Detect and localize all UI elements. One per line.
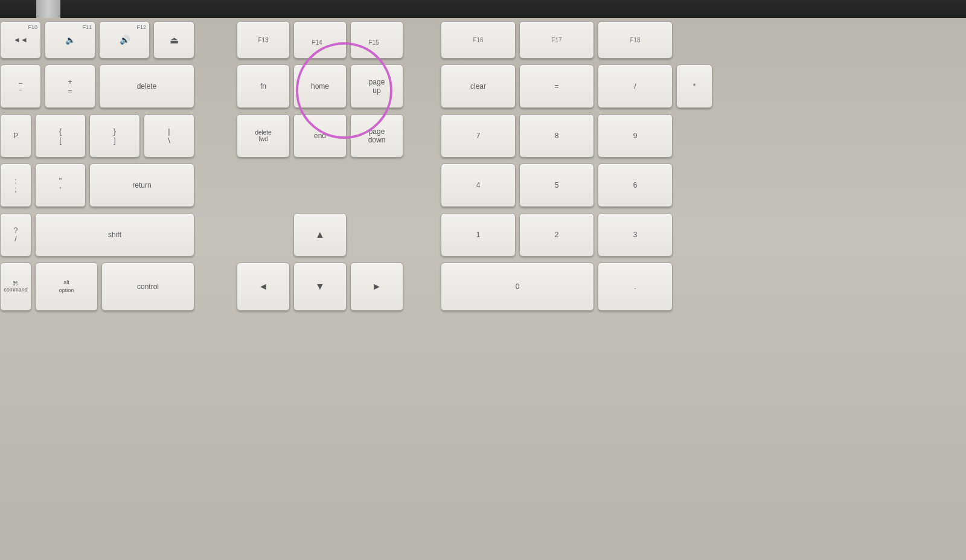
key-pagedown-label: pagedown bbox=[368, 127, 386, 145]
key-eject-icon: ⏏ bbox=[170, 34, 179, 46]
key-numpad-7[interactable]: 7 bbox=[441, 114, 516, 158]
key-f10-icon: ◄◄ bbox=[13, 36, 28, 44]
key-numpad-0-label: 0 bbox=[516, 282, 520, 291]
key-numpad-star[interactable]: * bbox=[676, 65, 712, 108]
key-numpad-5[interactable]: 5 bbox=[519, 164, 594, 207]
key-f18-label: F18 bbox=[630, 37, 640, 43]
key-semicolon[interactable]: : ; bbox=[0, 164, 31, 207]
key-numpad-4[interactable]: 4 bbox=[441, 164, 516, 207]
key-eject[interactable]: ⏏ bbox=[153, 21, 194, 59]
key-plus[interactable]: + = bbox=[45, 65, 95, 108]
key-numpad-2-label: 2 bbox=[555, 231, 559, 239]
key-delete[interactable]: delete bbox=[99, 65, 194, 108]
key-end[interactable]: end bbox=[293, 114, 347, 158]
key-numpad-dot-label: . bbox=[634, 282, 636, 291]
key-f11-icon: 🔈 bbox=[65, 35, 75, 45]
key-backslash-top: | bbox=[168, 127, 170, 136]
key-numpad-5-label: 5 bbox=[555, 181, 559, 189]
key-f14[interactable]: F14 bbox=[293, 21, 347, 59]
key-f17[interactable]: F17 bbox=[519, 21, 594, 59]
key-slash-bottom: / bbox=[14, 235, 16, 243]
key-option[interactable]: altoption bbox=[35, 262, 98, 311]
key-f17-label: F17 bbox=[551, 37, 561, 43]
key-pagedown[interactable]: pagedown bbox=[350, 114, 403, 158]
key-control-label: control bbox=[137, 282, 159, 291]
key-f12[interactable]: F12 🔊 bbox=[99, 21, 150, 59]
keyboard-container: F10 ◄◄ F11 🔈 F12 🔊 ⏏ F13 F14 F15 bbox=[0, 21, 966, 560]
key-arrow-right[interactable]: ► bbox=[350, 262, 403, 311]
key-numpad-equals[interactable]: = bbox=[519, 65, 594, 108]
key-numpad-6[interactable]: 6 bbox=[598, 164, 673, 207]
key-p[interactable]: P bbox=[0, 114, 31, 158]
key-f15-label: F15 bbox=[368, 39, 379, 46]
key-f16-label: F16 bbox=[473, 37, 483, 43]
key-command-label: ⌘command bbox=[4, 281, 28, 293]
key-numpad-3[interactable]: 3 bbox=[598, 213, 673, 256]
key-home[interactable]: home bbox=[293, 65, 347, 108]
key-f13-label: F13 bbox=[258, 37, 268, 43]
key-minus[interactable]: − − bbox=[0, 65, 41, 108]
key-return-label: return bbox=[132, 181, 151, 189]
key-plus-top: + bbox=[68, 77, 72, 86]
key-f11-fn-label: F11 bbox=[82, 24, 92, 30]
key-arrow-down[interactable]: ▼ bbox=[293, 262, 347, 311]
key-numpad-1[interactable]: 1 bbox=[441, 213, 516, 256]
key-close-bracket-top: } bbox=[114, 127, 116, 136]
key-numpad-8-label: 8 bbox=[555, 132, 559, 140]
key-numpad-dot[interactable]: . bbox=[598, 262, 673, 311]
key-quote[interactable]: " ' bbox=[35, 164, 86, 207]
key-quote-top: " bbox=[59, 176, 62, 185]
keyboard-photo: F10 ◄◄ F11 🔈 F12 🔊 ⏏ F13 F14 F15 bbox=[0, 0, 966, 560]
key-numpad-9[interactable]: 9 bbox=[598, 114, 673, 158]
key-slash[interactable]: ? / bbox=[0, 213, 31, 256]
key-backslash[interactable]: | \ bbox=[144, 114, 194, 158]
key-numpad-star-label: * bbox=[693, 82, 696, 91]
key-shift-right[interactable]: shift bbox=[35, 213, 194, 256]
key-plus-bottom: = bbox=[68, 86, 72, 95]
key-slash-top: ? bbox=[14, 226, 18, 235]
key-numpad-2[interactable]: 2 bbox=[519, 213, 594, 256]
key-numpad-8[interactable]: 8 bbox=[519, 114, 594, 158]
key-arrow-down-label: ▼ bbox=[315, 281, 325, 292]
key-open-bracket[interactable]: { [ bbox=[35, 114, 86, 158]
key-backslash-bottom: \ bbox=[168, 136, 170, 145]
key-f11[interactable]: F11 🔈 bbox=[45, 21, 95, 59]
key-numpad-equals-label: = bbox=[554, 82, 558, 91]
key-return[interactable]: return bbox=[89, 164, 194, 207]
key-pageup[interactable]: pageup bbox=[350, 65, 403, 108]
key-arrow-right-label: ► bbox=[372, 281, 382, 292]
key-open-bracket-bottom: [ bbox=[59, 136, 62, 145]
key-open-bracket-top: { bbox=[59, 127, 62, 136]
key-arrow-left[interactable]: ◄ bbox=[237, 262, 290, 311]
key-fn[interactable]: fn bbox=[237, 65, 290, 108]
key-f12-fn-label: F12 bbox=[136, 24, 146, 30]
key-delete-forward[interactable]: deletefwd bbox=[237, 114, 290, 158]
key-end-label: end bbox=[314, 132, 326, 140]
key-arrow-up-label: ▲ bbox=[315, 229, 325, 240]
key-semicolon-bottom: ; bbox=[14, 185, 16, 194]
key-f16[interactable]: F16 bbox=[441, 21, 516, 59]
key-p-label: P bbox=[13, 132, 18, 140]
key-numpad-slash-label: / bbox=[634, 82, 636, 91]
key-minus-label: − bbox=[18, 79, 22, 88]
key-numpad-3-label: 3 bbox=[633, 231, 638, 239]
key-delete-label: delete bbox=[137, 82, 157, 91]
key-command[interactable]: ⌘command bbox=[0, 262, 31, 311]
key-control[interactable]: control bbox=[101, 262, 194, 311]
key-arrow-up[interactable]: ▲ bbox=[293, 213, 347, 256]
key-close-bracket[interactable]: } ] bbox=[89, 114, 140, 158]
key-option-label: altoption bbox=[59, 279, 74, 294]
key-close-bracket-bottom: ] bbox=[114, 136, 116, 145]
key-f14-label: F14 bbox=[312, 39, 322, 46]
key-numpad-7-label: 7 bbox=[476, 132, 481, 140]
key-f13[interactable]: F13 bbox=[237, 21, 290, 59]
key-delete-forward-label: deletefwd bbox=[255, 129, 271, 142]
key-numpad-0[interactable]: 0 bbox=[441, 262, 594, 311]
key-numpad-slash[interactable]: / bbox=[598, 65, 673, 108]
key-numpad-4-label: 4 bbox=[476, 181, 481, 189]
key-f10[interactable]: F10 ◄◄ bbox=[0, 21, 41, 59]
key-numpad-9-label: 9 bbox=[633, 132, 638, 140]
key-clear[interactable]: clear bbox=[441, 65, 516, 108]
key-f15[interactable]: F15 bbox=[350, 21, 403, 59]
key-f18[interactable]: F18 bbox=[598, 21, 673, 59]
